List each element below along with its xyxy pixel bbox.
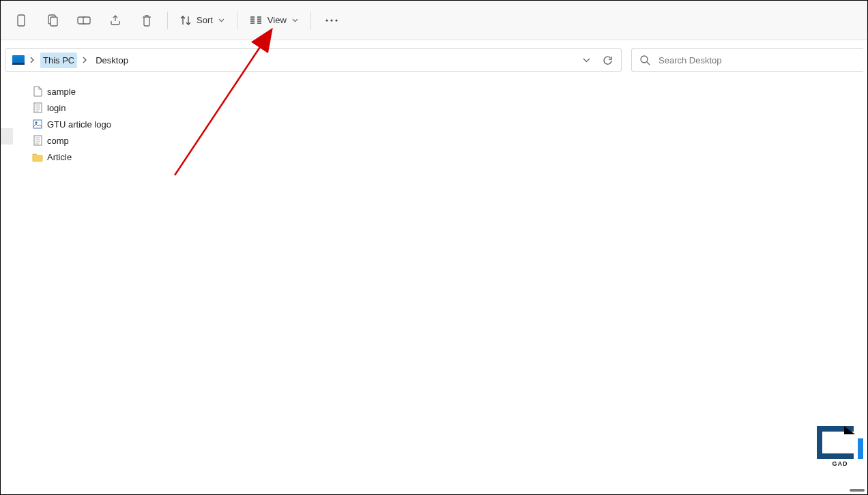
copy-button[interactable] (38, 7, 68, 34)
chevron-right-icon (83, 57, 87, 63)
watermark-logo: GAD (817, 426, 863, 467)
address-search-row: This PC Desktop (1, 40, 867, 72)
svg-rect-2 (50, 17, 57, 26)
list-item[interactable]: sample (32, 84, 867, 99)
chevron-down-icon (292, 18, 298, 22)
delete-button[interactable] (132, 7, 162, 34)
toolbar: Sort View (1, 1, 867, 40)
file-icon (32, 86, 43, 97)
rename-button[interactable] (69, 7, 99, 34)
svg-rect-4 (83, 17, 90, 24)
sort-label: Sort (197, 15, 213, 25)
list-item[interactable]: GTU article logo (32, 117, 867, 132)
svg-rect-10 (33, 120, 42, 128)
folder-icon (32, 151, 43, 162)
breadcrumb-item-thispc[interactable]: This PC (40, 52, 77, 68)
search-bar[interactable] (631, 48, 863, 72)
list-item[interactable]: Article (32, 149, 867, 164)
share-button[interactable] (100, 7, 130, 34)
list-item[interactable]: login (32, 100, 867, 115)
cut-button[interactable] (6, 7, 36, 34)
breadcrumb: This PC Desktop (40, 52, 131, 68)
search-input[interactable] (659, 55, 855, 65)
view-label: View (267, 15, 287, 25)
thispc-icon (12, 55, 25, 65)
sort-icon (180, 15, 191, 26)
watermark-text: GAD (833, 460, 848, 467)
resize-grip[interactable] (850, 489, 865, 492)
view-icon (250, 16, 262, 25)
sort-button[interactable]: Sort (173, 7, 231, 34)
breadcrumb-item-desktop[interactable]: Desktop (93, 52, 131, 68)
image-file-icon (32, 119, 43, 130)
file-name: Article (47, 152, 72, 162)
svg-point-5 (326, 19, 328, 21)
svg-point-11 (35, 122, 38, 124)
svg-rect-0 (18, 15, 25, 26)
file-name: GTU article logo (47, 119, 111, 130)
toolbar-separator (237, 12, 237, 29)
svg-point-6 (330, 19, 332, 21)
text-file-icon (32, 135, 43, 146)
svg-point-8 (641, 56, 648, 63)
address-history-icon[interactable] (583, 58, 590, 63)
text-file-icon (32, 102, 43, 113)
refresh-icon[interactable] (603, 55, 613, 65)
file-list: sample login GTU article logo comp Artic (32, 84, 867, 164)
chevron-down-icon (218, 18, 225, 22)
file-name: comp (47, 136, 69, 146)
file-name: login (47, 103, 66, 113)
search-icon (640, 55, 650, 65)
address-bar[interactable]: This PC Desktop (5, 48, 622, 72)
toolbar-separator (310, 12, 311, 29)
list-item[interactable]: comp (32, 133, 867, 148)
toolbar-separator (167, 12, 168, 29)
chevron-right-icon (30, 57, 35, 63)
view-button[interactable]: View (243, 7, 305, 34)
file-name: sample (47, 87, 76, 97)
content-area: sample login GTU article logo comp Artic (1, 72, 867, 164)
svg-point-7 (335, 19, 337, 21)
more-button[interactable] (317, 7, 347, 34)
